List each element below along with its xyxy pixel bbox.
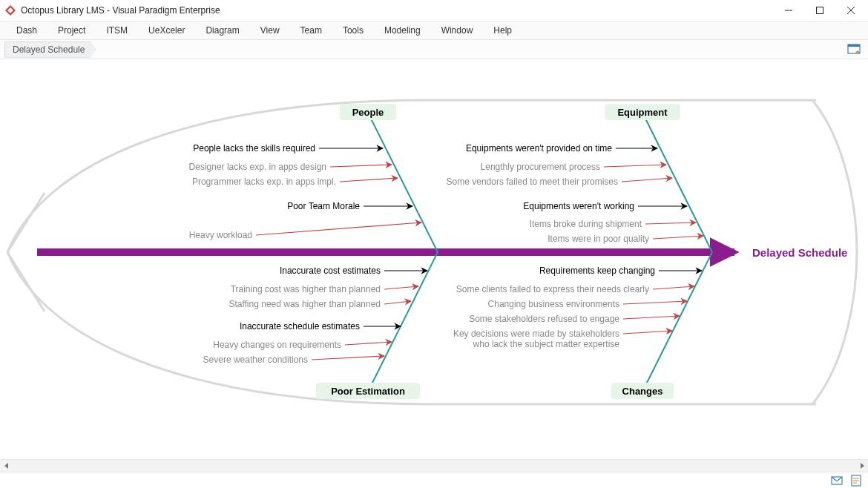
- category-estimation-label: Poor Estimation: [331, 386, 405, 397]
- svg-line-31: [312, 356, 384, 360]
- title-bar: Octopus Library LMS - Visual Paradigm En…: [0, 0, 868, 21]
- svg-line-30: [345, 342, 392, 345]
- people-p2[interactable]: Poor Team Morale: [287, 201, 360, 211]
- changes-p1s2[interactable]: Changing business environments: [488, 299, 619, 309]
- svg-marker-8: [855, 50, 860, 53]
- scroll-track[interactable]: [13, 460, 855, 472]
- equipment-p1s1[interactable]: Lengthly procurement process: [481, 162, 600, 172]
- fish-outline-bottom: [7, 252, 816, 404]
- svg-line-19: [604, 165, 666, 167]
- people-p2s1[interactable]: Heavy workload: [189, 230, 252, 240]
- bone-people[interactable]: People People lacks the skills required …: [189, 104, 438, 252]
- horizontal-scrollbar[interactable]: [0, 460, 868, 472]
- diagram-canvas[interactable]: Delayed Schedule People People lacks the…: [0, 59, 868, 460]
- category-people-label: People: [352, 107, 384, 118]
- equipment-p2[interactable]: Equipments weren't working: [523, 201, 634, 211]
- menu-help[interactable]: Help: [483, 22, 522, 39]
- svg-line-9: [368, 113, 438, 252]
- panel-toggle-icon[interactable]: [847, 43, 861, 56]
- scroll-left-icon[interactable]: [0, 460, 13, 472]
- svg-line-35: [653, 286, 694, 289]
- category-changes-label: Changes: [622, 386, 663, 397]
- svg-line-27: [384, 286, 418, 289]
- app-logo-icon: [4, 4, 16, 16]
- bone-changes[interactable]: Changes Requirements keep changing Some …: [453, 252, 712, 399]
- bone-estimation[interactable]: Poor Estimation Inaccurate cost estimate…: [203, 252, 438, 399]
- menu-bar: Dash Project ITSM UeXceler Diagram View …: [0, 21, 868, 40]
- effect-label[interactable]: Delayed Schedule: [752, 246, 847, 259]
- estimation-p2[interactable]: Inaccurate schedule estimates: [240, 321, 360, 332]
- menu-project[interactable]: Project: [47, 22, 96, 39]
- people-p1s1[interactable]: Designer lacks exp. in apps design: [189, 162, 326, 172]
- svg-marker-40: [861, 463, 864, 469]
- menu-view[interactable]: View: [250, 22, 290, 39]
- breadcrumb-tab[interactable]: Delayed Schedule: [4, 42, 96, 58]
- svg-rect-7: [848, 44, 860, 47]
- equipment-p1[interactable]: Equipments weren't provided on time: [466, 143, 612, 154]
- changes-p1s4a[interactable]: Key decisions were made by stakeholders: [453, 329, 619, 339]
- menu-diagram[interactable]: Diagram: [195, 22, 249, 39]
- changes-p1s3[interactable]: Some stakeholders refused to engage: [469, 314, 619, 324]
- changes-p1s1[interactable]: Some clients failed to express their nee…: [456, 284, 649, 294]
- status-bar: [0, 472, 868, 488]
- fish-tail-bottom: [7, 252, 45, 311]
- scroll-right-icon[interactable]: [855, 460, 868, 472]
- people-p1s2[interactable]: Programmer lacks exp. in apps impl.: [192, 177, 336, 187]
- estimation-p1[interactable]: Inaccurate cost estimates: [280, 266, 381, 276]
- bone-equipment[interactable]: Equipment Equipments weren't provided on…: [447, 104, 712, 252]
- svg-line-38: [623, 331, 672, 334]
- estimation-p2s2[interactable]: Severe weather conditions: [203, 355, 308, 365]
- maximize-button[interactable]: [804, 0, 835, 21]
- mail-icon[interactable]: [831, 475, 843, 487]
- svg-line-36: [623, 301, 687, 304]
- equipment-p1s2[interactable]: Some vendors failed to meet their promis…: [447, 177, 618, 187]
- window-title: Octopus Library LMS - Visual Paradigm En…: [21, 5, 773, 16]
- menu-tools[interactable]: Tools: [332, 22, 374, 39]
- menu-uexceler[interactable]: UeXceler: [138, 22, 195, 39]
- category-equipment-label: Equipment: [617, 107, 668, 118]
- svg-line-22: [645, 222, 696, 224]
- estimation-p1s2[interactable]: Staffing need was higher than planned: [228, 299, 381, 309]
- svg-line-23: [653, 236, 703, 239]
- estimation-p2s1[interactable]: Heavy changes on requirements: [213, 340, 341, 350]
- menu-modeling[interactable]: Modeling: [374, 22, 431, 39]
- svg-line-37: [623, 316, 680, 319]
- changes-p1s4b[interactable]: who lack the subject matter expertise: [473, 339, 620, 349]
- svg-line-28: [384, 301, 411, 304]
- fish-outline-top: [7, 100, 816, 252]
- people-p1[interactable]: People lacks the skills required: [193, 143, 315, 154]
- tab-bar: Delayed Schedule: [0, 40, 868, 59]
- svg-line-13: [340, 178, 398, 182]
- menu-dash[interactable]: Dash: [6, 22, 47, 39]
- menu-team[interactable]: Team: [290, 22, 332, 39]
- close-button[interactable]: [835, 0, 867, 21]
- svg-rect-3: [817, 7, 823, 14]
- equipment-p2s2[interactable]: Items were in poor quality: [548, 234, 649, 244]
- changes-p1[interactable]: Requirements keep changing: [539, 266, 655, 276]
- svg-line-15: [256, 222, 421, 235]
- fish-tail-top: [7, 193, 45, 252]
- menu-window[interactable]: Window: [431, 22, 484, 39]
- svg-line-12: [330, 165, 392, 167]
- menu-itsm[interactable]: ITSM: [96, 22, 138, 39]
- svg-line-20: [622, 178, 672, 182]
- estimation-p1s1[interactable]: Training cost was higher than planned: [231, 284, 381, 294]
- equipment-p2s1[interactable]: Items broke during shipment: [530, 219, 642, 229]
- svg-line-16: [642, 113, 712, 252]
- minimize-button[interactable]: [773, 0, 804, 21]
- note-icon[interactable]: [850, 475, 862, 487]
- svg-marker-39: [4, 463, 8, 469]
